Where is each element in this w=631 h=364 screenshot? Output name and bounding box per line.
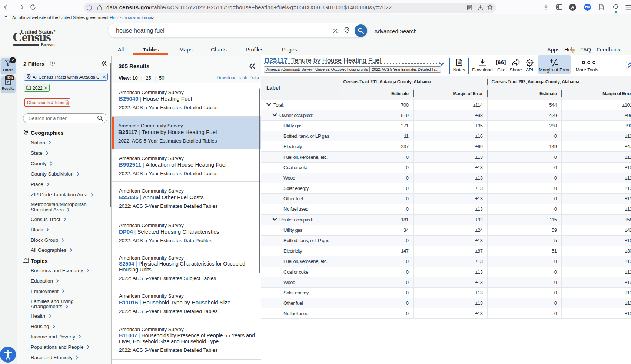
svg-text:API: API (528, 61, 532, 64)
svg-text:1: 1 (28, 87, 30, 90)
